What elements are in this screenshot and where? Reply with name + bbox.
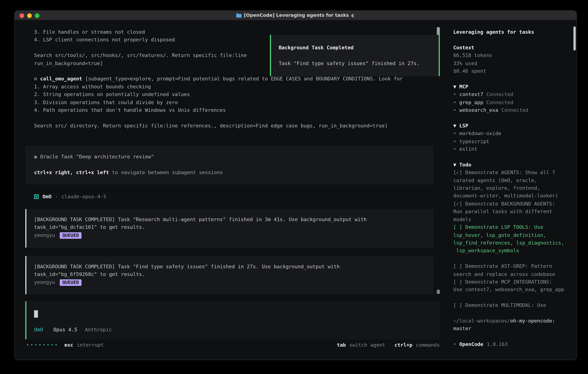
task-user: yeongyu bbox=[34, 231, 55, 239]
mcp-item: •context7Connected bbox=[453, 91, 577, 99]
tool-call-line: ⚙call_omo_agent[subagent_type=explore, p… bbox=[34, 75, 441, 83]
context-spent: $0.46 spent bbox=[453, 67, 577, 75]
task-meta: yeongyu QUEUED bbox=[34, 279, 433, 286]
bullet-icon: • bbox=[453, 92, 456, 97]
text-cursor bbox=[34, 310, 38, 318]
statusbar-left: •••••••• esc interrupt bbox=[25, 341, 104, 349]
bullet-icon: • bbox=[453, 341, 456, 348]
context-heading: Context bbox=[453, 44, 577, 52]
log-mid: 1. Array access without bounds checking … bbox=[34, 83, 441, 130]
bullet-icon: • bbox=[453, 99, 456, 105]
main-scrollbar-thumb[interactable] bbox=[437, 27, 440, 36]
context-section: Context 66,518 tokens 33% used $0.46 spe… bbox=[453, 44, 577, 75]
traffic-lights bbox=[20, 11, 40, 20]
lsp-section: ▼LSP •markdown-oxide •typescript •eslint bbox=[453, 122, 577, 153]
status-bar: •••••••• esc interrupt tab switch agent … bbox=[25, 341, 440, 349]
input-meta: OmO Opus 4.5 Anthropic bbox=[34, 326, 112, 334]
statusbar-right: tab switch agent ctrl+p commands bbox=[337, 341, 440, 349]
workspace-path: ~/local-workspaces/oh-my-opencode: maste… bbox=[453, 317, 577, 333]
context-used: 33% used bbox=[453, 60, 577, 67]
task-meta: yeongyu QUEUED bbox=[34, 231, 433, 239]
separator-dot: · bbox=[55, 193, 58, 201]
agent-name: OmO bbox=[42, 193, 52, 201]
todo-item-pending: [ ] Demonstrate MCP INTEGRATIONS: Use co… bbox=[453, 278, 577, 294]
ctrlp-key-label: commands bbox=[416, 341, 440, 349]
list-scrollbar-thumb[interactable] bbox=[437, 290, 440, 294]
lsp-item: •eslint bbox=[453, 145, 577, 153]
screen: [OpenCode] Leveraging agents for tasks ◐… bbox=[0, 0, 588, 374]
workspace-branch: master bbox=[453, 325, 577, 333]
task-user: yeongyu bbox=[34, 279, 55, 286]
mcp-item: •grep_appConnected bbox=[453, 99, 577, 106]
bullet-icon: • bbox=[453, 131, 456, 136]
bullet-icon: • bbox=[453, 107, 456, 113]
titlebar: [OpenCode] Leveraging agents for tasks ◐ bbox=[15, 11, 577, 20]
chevron-down-icon: ▼ bbox=[453, 162, 456, 168]
workspace-path-line: ~/local-workspaces/oh-my-opencode: bbox=[453, 317, 577, 325]
session-sidebar: Leveraging agents for tasks Context 66,5… bbox=[453, 28, 577, 348]
lsp-heading: LSP bbox=[459, 123, 468, 129]
oracle-task-title: Oracle Task "Deep architecture review" bbox=[40, 154, 154, 160]
input-provider: Anthropic bbox=[85, 327, 112, 332]
status-badge: QUEUED bbox=[60, 279, 82, 286]
mcp-section: ▼MCP •context7Connected •grep_appConnect… bbox=[453, 83, 577, 114]
session-title: Leveraging agents for tasks bbox=[453, 28, 577, 36]
mcp-heading-row[interactable]: ▼MCP bbox=[453, 83, 577, 91]
hint-keys: ctrl+x right, ctrl+x left bbox=[34, 169, 109, 175]
close-window-button[interactable] bbox=[20, 13, 24, 18]
minimize-window-button[interactable] bbox=[27, 13, 32, 18]
esc-key-label: interrupt bbox=[77, 341, 104, 349]
agent-square-icon bbox=[34, 195, 39, 199]
subagent-nav-hint: ctrl+x right, ctrl+x leftto navigate bet… bbox=[34, 169, 433, 177]
todo-heading-row[interactable]: ▼Todo bbox=[453, 161, 577, 169]
task-message: [BACKGROUND TASK COMPLETED] Task "Resear… bbox=[25, 209, 433, 248]
record-icon: ◉ bbox=[34, 154, 37, 160]
todo-item-pending: [ ] Demonstrate MULTIMODAL: Use bbox=[453, 301, 577, 309]
window-title: [OpenCode] Leveraging agents for tasks bbox=[244, 13, 349, 18]
tab-key-label: switch agent bbox=[349, 341, 385, 349]
todo-item-done: [✓] Demonstrate AGENTS: Show all 7 curat… bbox=[453, 169, 577, 200]
working-spinner-dots: •••••••• bbox=[26, 341, 59, 349]
folder-icon bbox=[236, 13, 242, 17]
ctrlp-key-hint: ctrl+p bbox=[394, 341, 412, 349]
mcp-heading: MCP bbox=[459, 84, 468, 90]
lsp-heading-row[interactable]: ▼LSP bbox=[453, 122, 577, 130]
version-row: • OpenCode 1.0.163 bbox=[453, 341, 577, 348]
agent-session-header: OmO · claude-opus-4-5 bbox=[34, 193, 106, 201]
task-text: [BACKGROUND TASK COMPLETED] Task "Resear… bbox=[34, 216, 433, 231]
prompt-input[interactable]: OmO Opus 4.5 Anthropic bbox=[25, 301, 440, 339]
background-task-toast: Background Task Completed Task "Find typ… bbox=[270, 35, 440, 76]
oracle-task-title-row: ◉Oracle Task "Deep architecture review" bbox=[34, 153, 433, 161]
context-tokens: 66,518 tokens bbox=[453, 52, 577, 60]
toast-title: Background Task Completed bbox=[279, 44, 433, 52]
todo-section: ▼Todo [✓] Demonstrate AGENTS: Show all 7… bbox=[453, 161, 577, 309]
todo-item-done: [✓] Demonstrate BACKGROUND AGENTS: Run p… bbox=[453, 200, 577, 223]
oracle-task-panel: ◉Oracle Task "Deep architecture review" … bbox=[25, 146, 433, 184]
input-model: Opus 4.5 bbox=[53, 327, 77, 332]
timer-icon: ◐ bbox=[351, 13, 355, 18]
input-agent: OmO bbox=[34, 327, 43, 332]
mcp-item: •websearch_exaConnected bbox=[453, 106, 577, 114]
todo-item-active: [ ] Demonstrate LSP TOOLS: Use lsp_hover… bbox=[453, 223, 577, 255]
task-text: [BACKGROUND TASK COMPLETED] Task "Find t… bbox=[34, 263, 433, 279]
chevron-down-icon: ▼ bbox=[453, 84, 456, 90]
hint-text: to navigate between subagent sessions bbox=[112, 169, 223, 175]
lsp-item: •typescript bbox=[453, 138, 577, 145]
tool-call-name: call_omo_agent bbox=[40, 76, 82, 82]
lsp-item: •markdown-oxide bbox=[453, 130, 577, 138]
toast-body: Task "Find type safety issues" finished … bbox=[279, 60, 433, 67]
sidebar-scrollbar-thumb[interactable] bbox=[573, 26, 576, 51]
todo-heading: Todo bbox=[459, 162, 471, 168]
window-title-group: [OpenCode] Leveraging agents for tasks ◐ bbox=[236, 13, 355, 18]
gear-icon: ⚙ bbox=[34, 76, 37, 82]
agent-model: claude-opus-4-5 bbox=[61, 193, 106, 201]
tool-call-args: [subagent_type=explore, prompt=Find pote… bbox=[85, 76, 403, 82]
app-window: [OpenCode] Leveraging agents for tasks ◐… bbox=[14, 10, 577, 360]
bullet-icon: • bbox=[453, 138, 456, 144]
tab-key-hint: tab bbox=[337, 341, 346, 349]
task-message: [BACKGROUND TASK COMPLETED] Task "Find t… bbox=[25, 256, 433, 294]
status-badge: QUEUED bbox=[60, 232, 82, 239]
app-name: OpenCode bbox=[459, 341, 483, 348]
zoom-window-button[interactable] bbox=[35, 13, 40, 18]
app-version: 1.0.163 bbox=[487, 341, 508, 348]
